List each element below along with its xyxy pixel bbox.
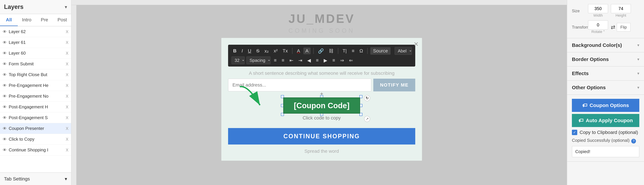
height-label: Height: [616, 13, 626, 18]
border-options-header[interactable]: Border Options ▾: [572, 57, 639, 62]
layer-remove[interactable]: X: [66, 94, 68, 99]
layers-dropdown-arrow[interactable]: ▾: [65, 4, 67, 10]
other-options-header[interactable]: Other Options ▾: [572, 85, 639, 90]
font-size-select[interactable]: 32: [232, 57, 245, 64]
auto-apply-coupon-button[interactable]: 🏷 Auto Apply Coupon: [572, 114, 639, 127]
layer-remove[interactable]: X: [66, 126, 68, 131]
layer-name: Pre-Engagement No: [9, 94, 64, 99]
list-unordered-button[interactable]: ≡: [280, 57, 286, 64]
subscript-button[interactable]: x₂: [263, 47, 270, 55]
layer-remove[interactable]: X: [66, 148, 68, 152]
coupon-options-button[interactable]: 🏷 Coupon Options: [572, 99, 639, 112]
eye-icon: 👁: [3, 148, 7, 152]
effects-header[interactable]: Effects ▾: [572, 71, 639, 76]
layer-remove[interactable]: X: [66, 105, 68, 109]
add-icon[interactable]: +: [320, 91, 323, 97]
layer-item[interactable]: 👁 Post-Engagement H X: [0, 102, 71, 112]
layer-item-selected[interactable]: 👁 Coupon Presenter X: [0, 123, 71, 134]
ruler-top: [72, 0, 567, 5]
layer-remove[interactable]: X: [66, 29, 68, 34]
clear-formatting-button[interactable]: Tx: [281, 47, 290, 55]
align-right-button[interactable]: ▶: [322, 57, 329, 64]
indent-button[interactable]: ⇥: [297, 57, 304, 64]
layer-item[interactable]: 👁 Continue Shopping I X: [0, 145, 71, 155]
width-input[interactable]: 350: [588, 4, 608, 13]
copied-successfully-label: Copied Successfuly (optional): [572, 138, 630, 143]
tab-settings-label: Tab Settings: [4, 176, 30, 182]
unlink-button[interactable]: ⛓: [327, 47, 335, 55]
superscript-button[interactable]: x²: [272, 47, 279, 55]
bg-color-button[interactable]: A: [304, 48, 310, 54]
spacing-select[interactable]: Spacing: [246, 57, 270, 64]
layer-remove[interactable]: X: [66, 115, 68, 120]
layer-item[interactable]: 👁 Post-Engagement S X: [0, 112, 71, 123]
layer-item[interactable]: 👁 Pre-Engagement He X: [0, 80, 71, 91]
layer-remove[interactable]: X: [66, 83, 68, 88]
layer-item[interactable]: 👁 Form Submit X: [0, 59, 71, 69]
layer-remove[interactable]: X: [66, 62, 68, 66]
info-icon[interactable]: ?: [631, 139, 636, 143]
insert-field-button[interactable]: T|: [341, 47, 348, 55]
coupon-box-wrapper[interactable]: [Coupon Code] ↻ ↗ + Click code to copy: [228, 97, 415, 121]
strikethrough-button[interactable]: S: [254, 47, 261, 55]
layer-item[interactable]: 👁 Layer 60 X: [0, 48, 71, 59]
outdent-button[interactable]: ⇤: [288, 57, 295, 64]
email-input[interactable]: [228, 79, 371, 91]
source-button[interactable]: Source: [370, 47, 390, 55]
font-family-select[interactable]: Abel: [394, 47, 412, 55]
rotate-icon[interactable]: ↻: [364, 95, 370, 101]
background-colors-header[interactable]: Background Color(s) ▾: [572, 42, 639, 48]
align-left-button[interactable]: ◀: [306, 57, 312, 64]
coupon-options-label: Coupon Options: [590, 102, 629, 108]
layer-item[interactable]: 👁 Top Right Close But X: [0, 69, 71, 80]
italic-button[interactable]: I: [240, 47, 244, 55]
list-ordered-button[interactable]: ≡: [272, 57, 278, 64]
external-link-icon[interactable]: ↗: [364, 116, 370, 122]
eye-icon: 👁: [3, 51, 7, 56]
align-justify-button[interactable]: ≡: [331, 57, 337, 64]
eye-icon: 👁: [3, 62, 7, 66]
layer-remove[interactable]: X: [66, 51, 68, 56]
toolbar-separator: [367, 48, 368, 54]
left-panel: Layers ▾ All Intro Pre Post 👁 Layer 62 X…: [0, 0, 72, 185]
align-center-button[interactable]: ≡: [314, 57, 320, 64]
layer-remove[interactable]: X: [66, 137, 68, 142]
height-input[interactable]: 74: [611, 4, 631, 13]
effects-chevron: ▾: [637, 71, 639, 76]
size-section: Size 350 Width 74 Height Transform Rotat…: [567, 0, 644, 38]
continue-shopping-button[interactable]: CONTINUE SHOPPING: [228, 128, 415, 144]
right-panel: Size 350 Width 74 Height Transform Rotat…: [567, 0, 644, 185]
tab-intro[interactable]: Intro: [18, 14, 36, 26]
flip-button[interactable]: Flip: [617, 23, 630, 32]
tab-pre[interactable]: Pre: [36, 14, 53, 26]
rtl-button[interactable]: ⇐: [347, 57, 354, 64]
layer-remove[interactable]: X: [66, 72, 68, 77]
ltr-button[interactable]: ⇒: [338, 57, 346, 64]
email-row: NOTIFY ME: [228, 79, 415, 91]
layer-item[interactable]: 👁 Click to Copy X: [0, 134, 71, 145]
notify-button[interactable]: NOTIFY ME: [373, 79, 415, 91]
bold-button[interactable]: B: [232, 47, 238, 55]
background-colors-title: Background Color(s): [572, 42, 622, 48]
popup-close-icon[interactable]: ✕: [414, 41, 418, 48]
site-subtitle: COMING SOON: [288, 27, 355, 34]
checkbox-icon[interactable]: ✓: [572, 130, 577, 135]
copied-value-input[interactable]: [572, 146, 639, 157]
tab-settings-footer[interactable]: Tab Settings ▾: [0, 172, 71, 185]
paragraph-button[interactable]: ≡: [350, 47, 356, 55]
link-button[interactable]: 🔗: [316, 47, 326, 55]
coupon-code-box[interactable]: [Coupon Code]: [283, 97, 360, 114]
rotate-input[interactable]: [588, 20, 608, 30]
layer-item[interactable]: 👁 Layer 61 X: [0, 37, 71, 48]
eye-icon: 👁: [3, 105, 7, 109]
layer-item[interactable]: 👁 Layer 62 X: [0, 26, 71, 37]
layer-remove[interactable]: X: [66, 40, 68, 45]
tab-all[interactable]: All: [0, 14, 18, 26]
tab-post[interactable]: Post: [53, 14, 71, 26]
eye-icon: 👁: [3, 83, 7, 88]
underline-button[interactable]: U: [246, 47, 253, 55]
special-char-button[interactable]: Ω: [358, 47, 364, 55]
layer-item[interactable]: 👁 Pre-Engagement No X: [0, 91, 71, 102]
layer-list: 👁 Layer 62 X 👁 Layer 61 X 👁 Layer 60 X 👁…: [0, 26, 71, 172]
font-color-button[interactable]: A: [295, 47, 302, 55]
